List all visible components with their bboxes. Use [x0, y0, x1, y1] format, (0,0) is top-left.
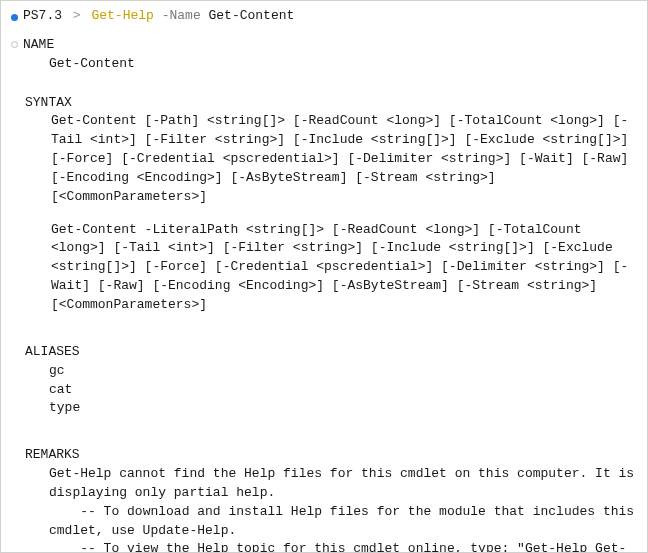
- output-block: NAME Get-Content SYNTAX Get-Content [-Pa…: [11, 36, 637, 553]
- aliases-section: ALIASES gc cat type: [25, 343, 637, 418]
- syntax-section: SYNTAX Get-Content [-Path] <string[]> [-…: [25, 94, 637, 315]
- remarks-label: REMARKS: [25, 446, 637, 465]
- ps-version: PS7.3: [23, 8, 62, 23]
- alias-item: cat: [49, 381, 637, 400]
- prompt-bullet-icon: [11, 14, 18, 21]
- alias-item: gc: [49, 362, 637, 381]
- remarks-text: Get-Help cannot find the Help files for …: [49, 465, 637, 553]
- alias-item: type: [49, 399, 637, 418]
- remarks-section: REMARKS Get-Help cannot find the Help fi…: [25, 446, 637, 553]
- syntax-block-1: Get-Content [-Path] <string[]> [-ReadCou…: [51, 112, 637, 206]
- output-bullet-icon: [11, 41, 18, 48]
- name-section: NAME Get-Content: [11, 36, 637, 74]
- prompt-command: Get-Help: [91, 8, 153, 23]
- name-value: Get-Content: [49, 55, 135, 74]
- prompt-separator: >: [73, 8, 81, 23]
- aliases-label: ALIASES: [25, 343, 637, 362]
- prompt-line: PS7.3 > Get-Help -Name Get-Content: [11, 7, 637, 26]
- prompt-flag: -Name: [162, 8, 201, 23]
- syntax-block-2: Get-Content -LiteralPath <string[]> [-Re…: [51, 221, 637, 315]
- prompt-argument: Get-Content: [209, 8, 295, 23]
- name-label: NAME: [23, 36, 135, 55]
- syntax-label: SYNTAX: [25, 94, 637, 113]
